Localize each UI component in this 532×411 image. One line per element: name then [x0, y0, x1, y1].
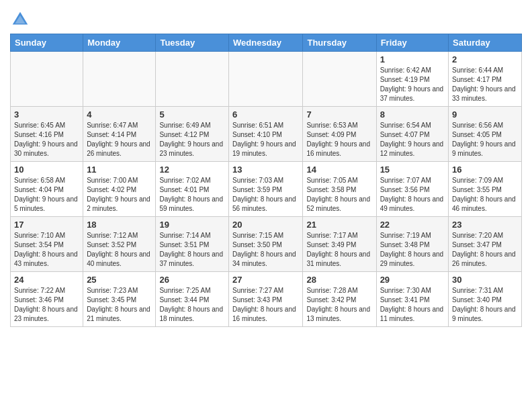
calendar-week-row: 3Sunrise: 6:45 AM Sunset: 4:16 PM Daylig… — [11, 107, 522, 162]
calendar-cell: 28Sunrise: 7:28 AM Sunset: 3:42 PM Dayli… — [303, 272, 376, 327]
calendar-cell: 21Sunrise: 7:17 AM Sunset: 3:49 PM Dayli… — [303, 217, 376, 272]
day-number: 11 — [87, 165, 152, 175]
calendar-cell: 7Sunrise: 6:53 AM Sunset: 4:09 PM Daylig… — [303, 107, 376, 162]
day-number: 28 — [306, 275, 372, 285]
calendar-week-row: 24Sunrise: 7:22 AM Sunset: 3:46 PM Dayli… — [11, 272, 522, 327]
calendar-cell: 23Sunrise: 7:20 AM Sunset: 3:47 PM Dayli… — [449, 217, 522, 272]
calendar-cell — [303, 52, 376, 107]
calendar-week-row: 17Sunrise: 7:10 AM Sunset: 3:54 PM Dayli… — [11, 217, 522, 272]
calendar-cell: 13Sunrise: 7:03 AM Sunset: 3:59 PM Dayli… — [229, 162, 303, 217]
day-info: Sunrise: 7:22 AM Sunset: 3:46 PM Dayligh… — [14, 286, 79, 324]
calendar-cell — [83, 52, 156, 107]
calendar-cell: 1Sunrise: 6:42 AM Sunset: 4:19 PM Daylig… — [376, 52, 448, 107]
day-info: Sunrise: 7:07 AM Sunset: 3:56 PM Dayligh… — [380, 176, 445, 214]
day-info: Sunrise: 7:03 AM Sunset: 3:59 PM Dayligh… — [232, 176, 299, 214]
day-number: 26 — [159, 275, 225, 285]
calendar-cell: 2Sunrise: 6:44 AM Sunset: 4:17 PM Daylig… — [449, 52, 522, 107]
day-number: 24 — [14, 275, 79, 285]
day-info: Sunrise: 7:30 AM Sunset: 3:41 PM Dayligh… — [380, 286, 445, 324]
day-info: Sunrise: 6:45 AM Sunset: 4:16 PM Dayligh… — [14, 121, 79, 158]
day-number: 13 — [232, 165, 299, 175]
calendar-cell: 10Sunrise: 6:58 AM Sunset: 4:04 PM Dayli… — [11, 162, 83, 217]
calendar-cell: 12Sunrise: 7:02 AM Sunset: 4:01 PM Dayli… — [156, 162, 229, 217]
calendar-cell: 8Sunrise: 6:54 AM Sunset: 4:07 PM Daylig… — [376, 107, 448, 162]
calendar-cell — [229, 52, 303, 107]
day-number: 5 — [159, 109, 225, 120]
calendar-cell: 19Sunrise: 7:14 AM Sunset: 3:51 PM Dayli… — [156, 217, 229, 272]
day-number: 1 — [380, 54, 445, 64]
calendar-header-tuesday: Tuesday — [156, 34, 229, 52]
calendar-cell: 20Sunrise: 7:15 AM Sunset: 3:50 PM Dayli… — [229, 217, 303, 272]
calendar-header-row: SundayMondayTuesdayWednesdayThursdayFrid… — [11, 34, 522, 52]
day-info: Sunrise: 6:53 AM Sunset: 4:09 PM Dayligh… — [306, 121, 372, 158]
calendar-cell: 26Sunrise: 7:25 AM Sunset: 3:44 PM Dayli… — [156, 272, 229, 327]
day-info: Sunrise: 7:20 AM Sunset: 3:47 PM Dayligh… — [452, 231, 518, 269]
calendar-cell: 14Sunrise: 7:05 AM Sunset: 3:58 PM Dayli… — [303, 162, 376, 217]
calendar-cell: 6Sunrise: 6:51 AM Sunset: 4:10 PM Daylig… — [229, 107, 303, 162]
calendar-week-row: 10Sunrise: 6:58 AM Sunset: 4:04 PM Dayli… — [11, 162, 522, 217]
day-number: 3 — [14, 109, 79, 120]
calendar-cell — [156, 52, 229, 107]
day-number: 19 — [159, 220, 225, 230]
calendar-cell: 15Sunrise: 7:07 AM Sunset: 3:56 PM Dayli… — [376, 162, 448, 217]
calendar-cell: 4Sunrise: 6:47 AM Sunset: 4:14 PM Daylig… — [83, 107, 156, 162]
day-number: 12 — [159, 165, 225, 175]
day-number: 18 — [87, 220, 152, 230]
logo — [10, 9, 33, 30]
day-info: Sunrise: 6:56 AM Sunset: 4:05 PM Dayligh… — [452, 121, 518, 158]
day-info: Sunrise: 7:25 AM Sunset: 3:44 PM Dayligh… — [159, 286, 225, 324]
day-info: Sunrise: 6:42 AM Sunset: 4:19 PM Dayligh… — [380, 66, 445, 103]
day-number: 20 — [232, 220, 299, 230]
day-info: Sunrise: 7:02 AM Sunset: 4:01 PM Dayligh… — [159, 176, 225, 214]
day-number: 29 — [380, 275, 445, 285]
day-number: 15 — [380, 165, 445, 175]
day-number: 10 — [14, 165, 79, 175]
calendar-table: SundayMondayTuesdayWednesdayThursdayFrid… — [10, 34, 522, 327]
calendar-cell: 9Sunrise: 6:56 AM Sunset: 4:05 PM Daylig… — [449, 107, 522, 162]
calendar-cell: 27Sunrise: 7:27 AM Sunset: 3:43 PM Dayli… — [229, 272, 303, 327]
day-info: Sunrise: 7:05 AM Sunset: 3:58 PM Dayligh… — [306, 176, 372, 214]
calendar-cell: 17Sunrise: 7:10 AM Sunset: 3:54 PM Dayli… — [11, 217, 83, 272]
day-number: 17 — [14, 220, 79, 230]
calendar-cell: 22Sunrise: 7:19 AM Sunset: 3:48 PM Dayli… — [376, 217, 448, 272]
day-number: 6 — [232, 109, 299, 120]
day-info: Sunrise: 7:09 AM Sunset: 3:55 PM Dayligh… — [452, 176, 518, 214]
day-info: Sunrise: 7:15 AM Sunset: 3:50 PM Dayligh… — [232, 231, 299, 269]
day-info: Sunrise: 7:28 AM Sunset: 3:42 PM Dayligh… — [306, 286, 372, 324]
calendar-cell — [11, 52, 83, 107]
day-info: Sunrise: 6:49 AM Sunset: 4:12 PM Dayligh… — [159, 121, 225, 158]
day-number: 4 — [87, 109, 152, 120]
day-info: Sunrise: 6:51 AM Sunset: 4:10 PM Dayligh… — [232, 121, 299, 158]
day-number: 23 — [452, 220, 518, 230]
calendar-cell: 5Sunrise: 6:49 AM Sunset: 4:12 PM Daylig… — [156, 107, 229, 162]
day-number: 21 — [306, 220, 372, 230]
calendar-cell: 24Sunrise: 7:22 AM Sunset: 3:46 PM Dayli… — [11, 272, 83, 327]
day-number: 27 — [232, 275, 299, 285]
day-info: Sunrise: 7:00 AM Sunset: 4:02 PM Dayligh… — [87, 176, 152, 214]
day-info: Sunrise: 6:44 AM Sunset: 4:17 PM Dayligh… — [452, 66, 518, 103]
day-number: 22 — [380, 220, 445, 230]
calendar-week-row: 1Sunrise: 6:42 AM Sunset: 4:19 PM Daylig… — [11, 52, 522, 107]
day-info: Sunrise: 6:47 AM Sunset: 4:14 PM Dayligh… — [87, 121, 152, 158]
calendar-cell: 3Sunrise: 6:45 AM Sunset: 4:16 PM Daylig… — [11, 107, 83, 162]
calendar-header-wednesday: Wednesday — [229, 34, 303, 52]
calendar-cell: 11Sunrise: 7:00 AM Sunset: 4:02 PM Dayli… — [83, 162, 156, 217]
day-info: Sunrise: 7:17 AM Sunset: 3:49 PM Dayligh… — [306, 231, 372, 269]
calendar-cell: 25Sunrise: 7:23 AM Sunset: 3:45 PM Dayli… — [83, 272, 156, 327]
calendar-cell: 16Sunrise: 7:09 AM Sunset: 3:55 PM Dayli… — [449, 162, 522, 217]
calendar-cell: 18Sunrise: 7:12 AM Sunset: 3:52 PM Dayli… — [83, 217, 156, 272]
day-number: 2 — [452, 54, 518, 64]
calendar-header-thursday: Thursday — [303, 34, 376, 52]
day-number: 7 — [306, 109, 372, 120]
day-info: Sunrise: 7:27 AM Sunset: 3:43 PM Dayligh… — [232, 286, 299, 324]
day-info: Sunrise: 7:12 AM Sunset: 3:52 PM Dayligh… — [87, 231, 152, 269]
day-info: Sunrise: 6:54 AM Sunset: 4:07 PM Dayligh… — [380, 121, 445, 158]
calendar-cell: 30Sunrise: 7:31 AM Sunset: 3:40 PM Dayli… — [449, 272, 522, 327]
day-number: 16 — [452, 165, 518, 175]
day-number: 9 — [452, 109, 518, 120]
day-number: 30 — [452, 275, 518, 285]
day-info: Sunrise: 7:10 AM Sunset: 3:54 PM Dayligh… — [14, 231, 79, 269]
calendar-header-friday: Friday — [376, 34, 448, 52]
logo-icon — [10, 9, 30, 30]
day-info: Sunrise: 7:31 AM Sunset: 3:40 PM Dayligh… — [452, 286, 518, 324]
